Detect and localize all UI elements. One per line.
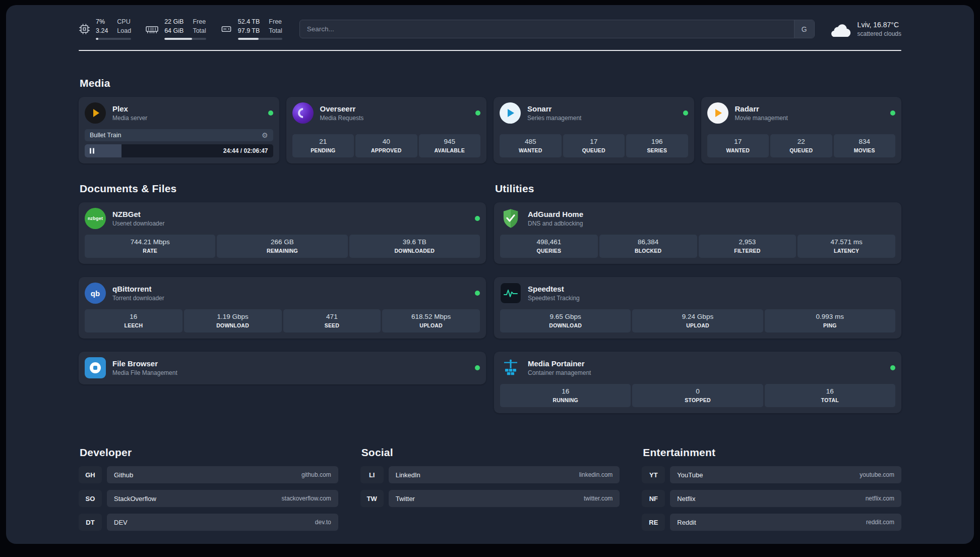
service-card-overseerr[interactable]: Overseerr Media Requests 21 PENDING 40 A… (286, 97, 487, 163)
stat-tile: 266 GB REMAINING (217, 235, 347, 258)
status-dot (890, 365, 895, 370)
bookmark-link-reddit[interactable]: Reddit reddit.com (670, 514, 901, 531)
status-dot (683, 110, 688, 116)
cpu-widget: 7% CPU 3.24 Load (79, 18, 131, 40)
radarr-icon (707, 102, 728, 124)
disk-usage-bar (238, 38, 282, 40)
service-card-filebrowser[interactable]: File Browser Media File Management (79, 352, 486, 384)
service-subtitle: Torrent downloader (112, 295, 164, 302)
service-subtitle: Usenet downloader (112, 220, 164, 227)
cloud-icon (830, 22, 851, 37)
service-subtitle: Movie management (735, 115, 788, 122)
section-title-documents: Documents & Files (80, 183, 486, 195)
cpu-icon (79, 23, 90, 35)
service-subtitle: DNS and adblocking (528, 220, 583, 227)
stat-tile: 22 QUEUED (770, 134, 832, 157)
service-card-plex[interactable]: Plex Media server Bullet Train ⚙ 24:44 /… (79, 97, 279, 163)
stat-tile: 17 QUEUED (563, 134, 625, 157)
gear-icon[interactable]: ⚙ (262, 132, 268, 139)
bookmark-link-dev[interactable]: DEV dev.to (107, 514, 338, 531)
qbittorrent-icon: qb (85, 283, 106, 304)
section-documents: Documents & Files nzbget NZBGet Usenet d… (79, 183, 486, 413)
stat-tile: 17 WANTED (707, 134, 769, 157)
bookmark-group-entertainment: Entertainment YT YouTube youtube.com NF … (642, 447, 901, 531)
bookmark-link-twitter[interactable]: Twitter twitter.com (389, 490, 620, 507)
service-name: Speedtest (528, 285, 580, 293)
bookmark-row: YT YouTube youtube.com (642, 466, 901, 483)
bookmark-badge[interactable]: SO (79, 490, 102, 507)
plex-progress-bar[interactable]: 24:44 / 02:06:47 (85, 144, 273, 157)
cpu-load-value: 3.24 (96, 27, 108, 35)
bookmark-badge[interactable]: LI (360, 466, 384, 483)
overseerr-icon (292, 102, 314, 124)
service-name: NZBGet (112, 210, 164, 218)
status-dot (890, 110, 895, 116)
section-title-developer: Developer (80, 447, 338, 459)
disk-total-label: Total (269, 27, 282, 35)
bookmark-badge[interactable]: TW (360, 490, 384, 507)
cpu-usage-value: 7% (96, 18, 108, 26)
stat-tile: 16 RUNNING (500, 384, 631, 407)
adguard-icon (500, 208, 521, 229)
disk-free-label: Free (269, 18, 282, 26)
service-name: qBittorrent (112, 285, 164, 293)
top-bar: 7% CPU 3.24 Load (79, 18, 901, 40)
stat-tile: 86,384 BLOCKED (599, 235, 697, 258)
bookmark-badge[interactable]: DT (79, 514, 102, 531)
service-subtitle: Media File Management (112, 369, 177, 376)
status-dot (475, 291, 480, 296)
portainer-icon (500, 357, 521, 378)
status-dot (475, 216, 480, 221)
bookmark-link-netflix[interactable]: Netflix netflix.com (670, 490, 901, 507)
section-bookmarks: Developer GH Github github.com SO StackO… (79, 447, 901, 544)
service-card-sonarr[interactable]: Sonarr Series management 485 WANTED 17 Q… (494, 97, 694, 163)
stat-tile: 485 WANTED (500, 134, 562, 157)
ram-widget: 22 GiB Free 64 GiB Total (145, 18, 206, 40)
filebrowser-icon (85, 357, 106, 378)
disk-usage-bar-fill (238, 38, 259, 40)
bookmark-row: TW Twitter twitter.com (360, 490, 620, 507)
bookmark-badge[interactable]: RE (642, 514, 665, 531)
service-card-portainer[interactable]: Media Portainer Container management 16 … (494, 352, 901, 413)
stat-tile: 618.52 Mbps UPLOAD (382, 309, 480, 332)
section-mid: Documents & Files nzbget NZBGet Usenet d… (79, 183, 901, 413)
stat-tile: 47.571 ms LATENCY (798, 235, 895, 258)
bookmark-badge[interactable]: GH (79, 466, 102, 483)
ram-icon (145, 23, 159, 35)
cpu-usage-bar-fill (96, 38, 98, 40)
bookmark-row: SO StackOverflow stackoverflow.com (79, 490, 338, 507)
bookmark-link-linkedin[interactable]: LinkedIn linkedin.com (389, 466, 620, 483)
stat-tile: 2,953 FILTERED (699, 235, 797, 258)
service-name: AdGuard Home (528, 210, 583, 218)
service-card-nzbget[interactable]: nzbget NZBGet Usenet downloader 744.21 M… (79, 202, 486, 264)
stat-tile: 196 SERIES (626, 134, 688, 157)
service-card-adguard[interactable]: AdGuard Home DNS and adblocking 498,461 … (494, 202, 901, 264)
disk-icon (220, 23, 232, 35)
stat-tile: 1.19 Gbps DOWNLOAD (184, 309, 282, 332)
bookmark-link-github[interactable]: Github github.com (107, 466, 338, 483)
ram-total-label: Total (193, 27, 206, 35)
bookmark-link-stackoverflow[interactable]: StackOverflow stackoverflow.com (107, 490, 338, 507)
status-dot (475, 110, 480, 116)
stat-tile: 40 APPROVED (355, 134, 417, 157)
service-card-qbittorrent[interactable]: qb qBittorrent Torrent downloader 16 LEE… (79, 277, 486, 339)
bookmark-link-youtube[interactable]: YouTube youtube.com (670, 466, 901, 483)
search-input[interactable] (300, 20, 794, 38)
cpu-usage-bar (96, 38, 131, 40)
stat-tile: 0.993 ms PING (765, 309, 895, 332)
search-engine-button[interactable]: G (794, 20, 814, 38)
weather-condition: scattered clouds (858, 30, 901, 37)
bookmark-badge[interactable]: NF (642, 490, 665, 507)
search-bar: G (299, 20, 815, 38)
service-card-radarr[interactable]: Radarr Movie management 17 WANTED 22 QUE… (701, 97, 902, 163)
ram-free-value: 22 GiB (164, 18, 183, 26)
plex-now-playing: Bullet Train ⚙ (85, 129, 273, 141)
stat-tile: 21 PENDING (292, 134, 354, 157)
service-card-speedtest[interactable]: Speedtest Speedtest Tracking 9.65 Gbps D… (494, 277, 901, 339)
bookmark-group-developer: Developer GH Github github.com SO StackO… (79, 447, 338, 531)
weather-widget: Lviv, 16.87°C scattered clouds (830, 21, 901, 37)
pause-icon[interactable] (90, 148, 94, 154)
bookmark-badge[interactable]: YT (642, 466, 665, 483)
bookmark-row: DT DEV dev.to (79, 514, 338, 531)
stat-tile: 9.24 Gbps UPLOAD (632, 309, 763, 332)
